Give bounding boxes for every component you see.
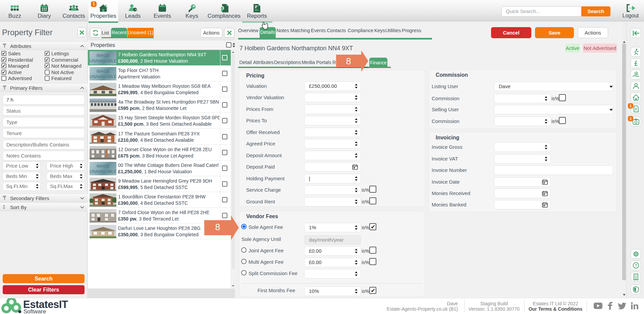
svg-text:8: 8 bbox=[346, 56, 351, 66]
svg-text:8: 8 bbox=[215, 222, 220, 232]
svg-text:$: $ bbox=[635, 72, 637, 75]
svg-text:?: ? bbox=[635, 263, 637, 267]
